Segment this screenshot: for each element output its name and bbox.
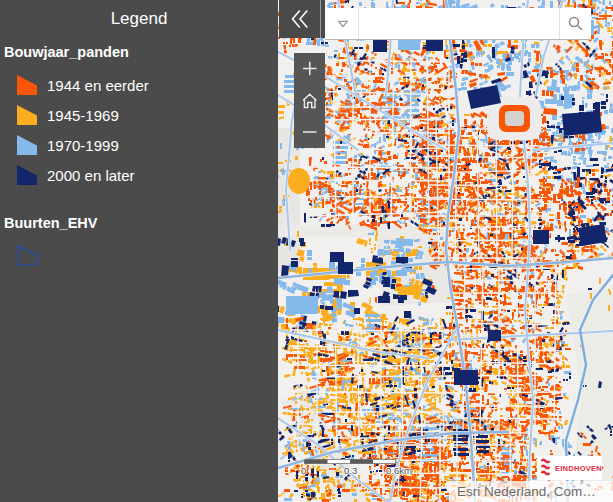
svg-text:EINDHOVEN: EINDHOVEN [555,464,602,473]
